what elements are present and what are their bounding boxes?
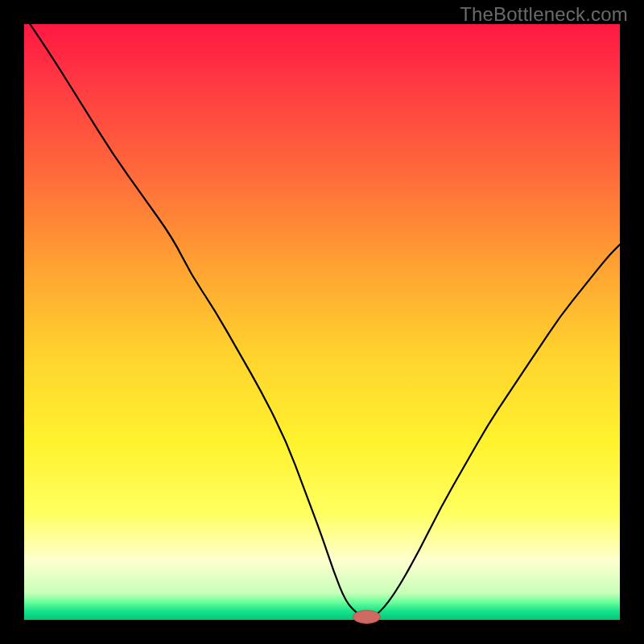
chart-frame: TheBottleneck.com bbox=[0, 0, 644, 644]
optimal-marker bbox=[353, 610, 380, 623]
watermark-text: TheBottleneck.com bbox=[460, 3, 628, 26]
plot-background bbox=[24, 24, 620, 620]
bottleneck-chart bbox=[0, 0, 644, 644]
